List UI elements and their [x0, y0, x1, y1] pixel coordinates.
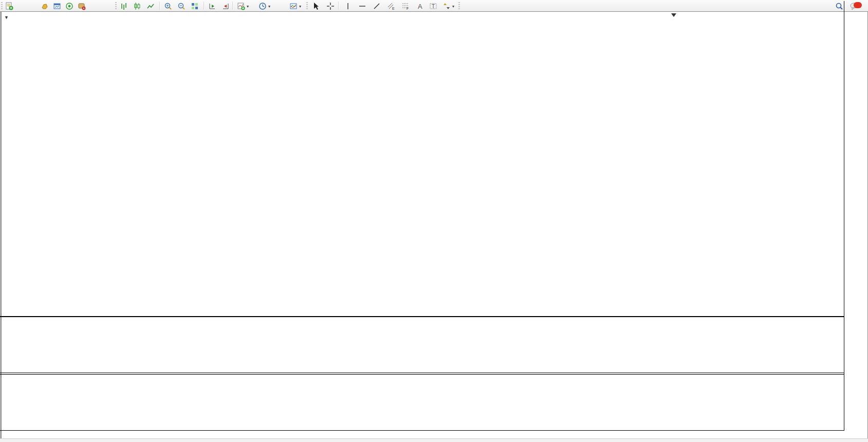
pane-separator[interactable] [0, 316, 844, 317]
tile-windows-icon [191, 2, 199, 10]
data-window-button[interactable] [51, 1, 63, 11]
candlestick-icon [133, 2, 141, 10]
text-tool-button[interactable]: A [414, 1, 426, 11]
line-chart-icon [146, 2, 155, 10]
arrows-caret-icon: ▾ [452, 4, 454, 9]
chart-shift-marker[interactable] [671, 13, 676, 17]
bar-chart-mode-button[interactable] [118, 1, 130, 11]
toolbar-grip[interactable] [1, 2, 3, 9]
crosshair-icon [326, 2, 335, 10]
text-label-icon: T [429, 2, 437, 10]
candlestick-mode-button[interactable] [132, 1, 143, 11]
search-button[interactable] [834, 1, 845, 11]
text-label-tool-button[interactable]: T [428, 1, 439, 11]
arrows-tool-button[interactable]: ▾ [441, 1, 456, 11]
pane-separator[interactable] [0, 374, 844, 375]
periods-caret-icon: ▾ [268, 4, 270, 9]
zoom-out-icon [177, 2, 186, 10]
channel-tool-button[interactable]: E [385, 1, 397, 11]
chart-shift-icon [221, 2, 230, 10]
clock-icon [258, 2, 267, 10]
signal-icon [65, 2, 73, 10]
periods-button[interactable]: ▾ [257, 1, 272, 11]
gold-icon [41, 2, 49, 10]
window-icon [53, 2, 61, 10]
pane-separator[interactable] [0, 430, 844, 431]
market-watch-button[interactable] [39, 1, 50, 11]
hline-icon [358, 2, 366, 10]
auto-scroll-button[interactable] [207, 1, 218, 11]
vline-icon [344, 2, 352, 10]
channel-icon: E [387, 2, 395, 10]
window-bottom-strip [0, 438, 868, 442]
tile-windows-button[interactable] [189, 1, 200, 11]
indicators-icon [237, 2, 245, 10]
notifications-button[interactable] [848, 1, 860, 11]
new-order-button[interactable] [4, 1, 16, 11]
pane-separator[interactable] [0, 373, 844, 373]
zoom-in-button[interactable] [162, 1, 174, 11]
templates-caret-icon: ▾ [299, 4, 301, 9]
chart-shift-button[interactable] [220, 1, 231, 11]
fibonacci-icon: F [401, 2, 410, 10]
trendline-icon [373, 2, 381, 10]
autotrade-button[interactable] [76, 1, 89, 11]
toolbar-grip[interactable] [115, 2, 117, 9]
line-chart-mode-button[interactable] [145, 1, 156, 11]
fibonacci-tool-button[interactable]: F [400, 1, 411, 11]
zoom-out-button[interactable] [176, 1, 187, 11]
trendline-tool-button[interactable] [371, 1, 382, 11]
bar-chart-icon [120, 2, 128, 10]
toolbar-grip[interactable] [458, 2, 460, 9]
auto-scroll-icon [208, 2, 216, 10]
one-click-trading-toggle[interactable]: ▼ [4, 15, 9, 20]
svg-text:T: T [432, 4, 435, 9]
hline-tool-button[interactable] [357, 1, 368, 11]
search-icon [835, 2, 843, 10]
indicators-button[interactable]: ▾ [235, 1, 250, 11]
indicators-caret-icon: ▾ [247, 4, 249, 9]
autotrade-icon [78, 2, 86, 10]
crosshair-tool-button[interactable] [325, 1, 336, 11]
new-order-icon [5, 2, 13, 10]
templates-button[interactable]: ▾ [288, 1, 303, 11]
text-icon: A [416, 2, 424, 10]
price-axis-line [844, 1, 844, 431]
svg-text:A: A [418, 3, 422, 10]
chart-window[interactable] [0, 11, 868, 441]
vline-tool-button[interactable] [342, 1, 354, 11]
cursor-tool-button[interactable] [310, 1, 322, 11]
toolbar-grip[interactable] [306, 2, 308, 9]
template-icon [289, 2, 298, 10]
svg-text:F: F [407, 7, 409, 10]
arrows-icon [442, 2, 451, 10]
zoom-in-icon [164, 2, 172, 10]
main-toolbar: ▾ ▾ ▾ E F A T ▾ [0, 0, 868, 12]
notification-badge [854, 2, 862, 8]
cursor-icon [312, 2, 320, 10]
signals-button[interactable] [64, 1, 75, 11]
svg-text:E: E [392, 7, 395, 10]
chart-title: ▼ [4, 15, 15, 20]
